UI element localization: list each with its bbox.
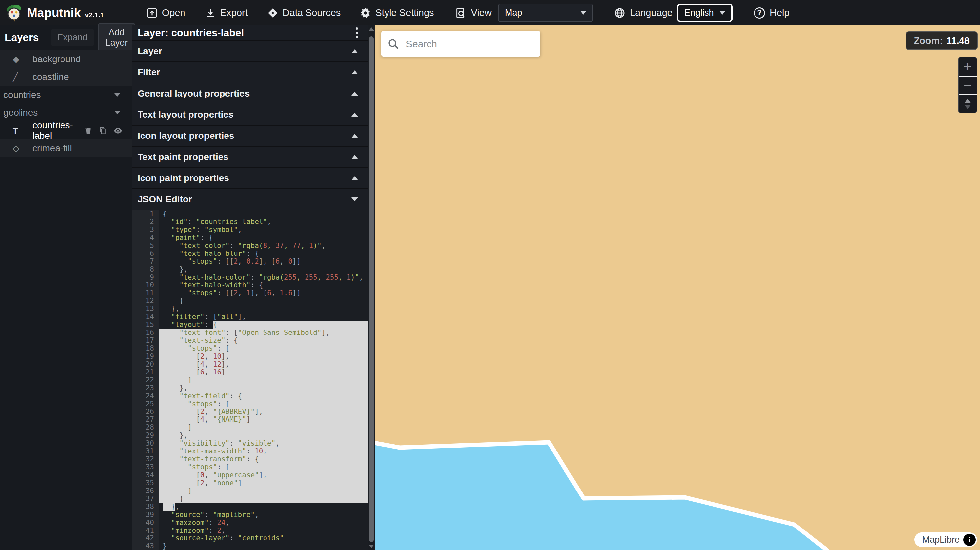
code-line[interactable]: 16 "text-font": ["Open Sans Semibold"], [132,329,368,337]
code-line[interactable]: 33 "stops": [ [132,463,368,471]
code-line[interactable]: 26 [2, "{ABBREV}"], [132,408,368,416]
code-line[interactable]: 18 "stops": [ [132,345,368,353]
code-token: 4 [200,416,205,424]
menu-item-style-settings[interactable]: Style Settings [360,7,434,19]
layer-group-geolines[interactable]: geolines [0,104,132,122]
panel-scrollbar[interactable] [368,25,375,550]
code-line[interactable]: 25 "stops": [ [132,400,368,408]
language-group: Language English [614,4,733,22]
code-line[interactable]: 34 [0, "uppercase"], [132,471,368,479]
section-icon-layout-properties[interactable]: Icon layout properties [132,125,368,146]
language-select[interactable]: English [677,4,733,22]
code-line[interactable]: 37 } [132,495,368,503]
code-line[interactable]: 15 "layout": { [132,321,368,329]
layer-row-background[interactable]: ◆background [0,50,132,68]
layer-row-countries-label[interactable]: Tcountries-label [0,122,132,140]
code-line[interactable]: 41 "minzoom": 2, [132,527,368,535]
help-button[interactable]: ? Help [754,7,789,19]
code-line[interactable]: 11 "stops": [[2, 1], [6, 1.6]] [132,289,368,297]
delete-icon[interactable] [84,126,92,135]
code-line[interactable]: 4 "paint": { [132,234,368,242]
code-line[interactable]: 38 }, [132,503,368,511]
code-line[interactable]: 43} [132,542,368,550]
code-line[interactable]: 12 } [132,297,368,305]
code-line[interactable]: 39 "source": "maplibre", [132,511,368,519]
view-select-value: Map [505,8,522,18]
code-line[interactable]: 30 "visibility": "visible", [132,440,368,448]
code-line[interactable]: 42 "source-layer": "centroids" [132,534,368,542]
code-line[interactable]: 2 "id": "countries-label", [132,218,368,226]
search-input[interactable] [405,38,534,50]
code-line[interactable]: 19 [2, 10], [132,353,368,361]
code-token: , [267,218,272,226]
section-filter[interactable]: Filter [132,62,368,83]
view-select[interactable]: Map [498,4,593,22]
zoom-value: 11.48 [946,35,970,46]
code-token: 2 [234,289,238,297]
section-general-layout-properties[interactable]: General layout properties [132,83,368,104]
more-options-icon[interactable] [355,26,360,40]
code-line[interactable]: 1{ [132,210,368,218]
code-line[interactable]: 24 "text-field": { [132,392,368,400]
layer-row-crimea-fill[interactable]: ◇crimea-fill [0,140,132,157]
code-line[interactable]: 28 ] [132,424,368,432]
code-line[interactable]: 6 "text-halo-blur": { [132,250,368,258]
code-line[interactable]: 27 [4, "{NAME}"] [132,416,368,424]
code-line[interactable]: 29 }, [132,432,368,440]
info-icon[interactable]: i [964,534,976,546]
code-line[interactable]: 40 "maxzoom": 24, [132,519,368,527]
zoom-in-button[interactable]: + [959,57,977,76]
code-line[interactable]: 23 }, [132,385,368,392]
code-token: "symbol" [204,226,238,234]
pitch-toggle-button[interactable] [959,94,977,113]
menu-item-export[interactable]: Export [205,7,248,19]
chevron-down-icon[interactable] [115,93,120,97]
code-line[interactable]: 8 }, [132,266,368,274]
code-token: , [284,242,292,250]
code-token: 255 [284,274,297,281]
code-token: )" [313,242,321,250]
menu-item-data-sources[interactable]: Data Sources [267,7,341,19]
section-layer[interactable]: Layer [132,40,368,62]
expand-button[interactable]: Expand [51,29,94,46]
add-layer-button[interactable]: Add Layer [98,24,135,52]
zoom-out-button[interactable]: − [959,76,977,94]
code-line[interactable]: 35 [2, "none"] [132,479,368,487]
json-editor[interactable]: 1{2 "id": "countries-label",3 "type": "s… [132,210,368,550]
layer-row-coastline[interactable]: ╱coastline [0,68,132,86]
code-line[interactable]: 13 }, [132,305,368,313]
section-text-paint-properties[interactable]: Text paint properties [132,146,368,167]
code-line[interactable]: 36 ] [132,487,368,495]
code-line[interactable]: 5 "text-color": "rgba(8, 37, 77, 1)", [132,242,368,250]
attribution-link[interactable]: MapLibre [922,535,959,545]
code-line[interactable]: 22 ] [132,377,368,385]
code-token: , [301,242,309,250]
section-text-layout-properties[interactable]: Text layout properties [132,104,368,125]
code-line[interactable]: 7 "stops": [[2, 0.2], [6, 0]] [132,258,368,266]
scroll-up-icon[interactable] [369,27,374,31]
scroll-down-icon[interactable] [369,545,374,548]
duplicate-icon[interactable] [99,126,107,135]
code-line[interactable]: 10 "text-halo-width": { [132,281,368,289]
code-line-content: ] [159,424,368,432]
code-line-content: "maxzoom": 24, [159,519,368,527]
code-line[interactable]: 21 [6, 16] [132,369,368,377]
code-line[interactable]: 32 "text-transform": { [132,455,368,463]
line-number: 29 [132,432,159,440]
map-canvas[interactable]: Zoom: 11.48 + − MapLibre i [375,25,980,550]
code-line[interactable]: 9 "text-halo-color": "rgba(255, 255, 255… [132,274,368,281]
chevron-down-icon[interactable] [115,111,120,114]
visibility-icon[interactable] [113,126,123,135]
scrollbar-thumb[interactable] [369,37,374,542]
section-json-editor[interactable]: JSON Editor [132,188,368,210]
code-line[interactable]: 31 "text-max-width": 10, [132,448,368,455]
code-line[interactable]: 3 "type": "symbol", [132,226,368,234]
code-token: ], [255,408,263,416]
globe-icon [614,7,625,19]
layer-group-countries[interactable]: countries [0,86,132,104]
section-icon-paint-properties[interactable]: Icon paint properties [132,167,368,188]
code-line[interactable]: 14 "filter": ["all"], [132,313,368,321]
menu-item-open[interactable]: Open [146,7,186,19]
code-line[interactable]: 17 "text-size": { [132,337,368,345]
code-line[interactable]: 20 [4, 12], [132,361,368,369]
